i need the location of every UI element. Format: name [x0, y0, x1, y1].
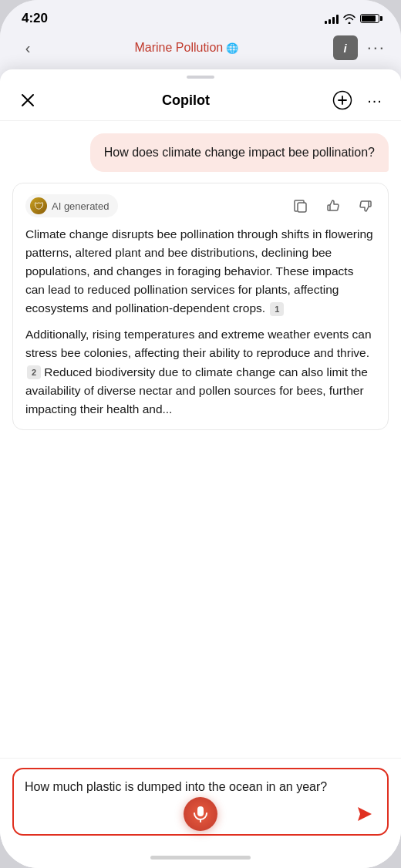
ai-paragraph-1: Climate change disrupts bee pollination …: [25, 225, 376, 318]
ai-paragraph-2: Additionally, rising temperatures and ex…: [25, 325, 376, 418]
svg-rect-2: [197, 806, 204, 816]
input-text: How much plastic is dumped into the ocea…: [25, 779, 376, 796]
back-button[interactable]: ‹: [15, 39, 40, 57]
send-button[interactable]: [352, 802, 376, 826]
header-actions: ···: [332, 89, 386, 111]
app-nav-title: Marine Pollution 🌐: [134, 41, 238, 55]
close-button[interactable]: [15, 88, 40, 113]
copilot-header: Copilot ···: [0, 79, 401, 121]
ai-generated-badge: 🛡 AI generated: [25, 194, 118, 217]
ai-card-actions: [291, 196, 376, 216]
signal-icon: [325, 14, 339, 24]
battery-icon: [360, 14, 379, 23]
copilot-sheet: Copilot ··· How does climate change impa…: [0, 69, 401, 868]
ai-response-card: 🛡 AI generated: [12, 183, 389, 429]
app-nav-actions: i ···: [333, 35, 386, 60]
user-message-text: How does climate change impact bee polli…: [104, 146, 375, 159]
ai-card-header: 🛡 AI generated: [25, 194, 376, 217]
input-box[interactable]: How much plastic is dumped into the ocea…: [12, 768, 389, 836]
status-icons: [325, 14, 379, 24]
app-nav-bar: ‹ Marine Pollution 🌐 i ···: [0, 32, 401, 66]
wifi-icon: [343, 14, 356, 24]
more-menu-button[interactable]: ···: [367, 38, 386, 58]
svg-rect-1: [298, 203, 306, 212]
reference-badge-1: 1: [270, 302, 284, 316]
copilot-title: Copilot: [162, 93, 210, 109]
thumb-down-button[interactable]: [356, 196, 376, 216]
ai-badge-shield-icon: 🛡: [30, 197, 47, 214]
user-message-bubble: How does climate change impact bee polli…: [90, 133, 389, 172]
home-indicator-area: [0, 851, 401, 868]
thumb-up-button[interactable]: [323, 196, 343, 216]
more-options-button[interactable]: ···: [364, 89, 386, 111]
reference-badge-2: 2: [27, 365, 41, 379]
chat-area: How does climate change impact bee polli…: [0, 121, 401, 758]
input-area: How much plastic is dumped into the ocea…: [0, 758, 401, 851]
mic-button[interactable]: [184, 797, 217, 831]
status-time: 4:20: [22, 11, 48, 26]
info-icon-button[interactable]: i: [333, 35, 358, 60]
input-controls: [14, 802, 387, 826]
new-chat-button[interactable]: [332, 89, 353, 111]
home-indicator: [150, 856, 251, 860]
status-bar: 4:20: [0, 0, 401, 32]
copy-button[interactable]: [291, 196, 311, 216]
